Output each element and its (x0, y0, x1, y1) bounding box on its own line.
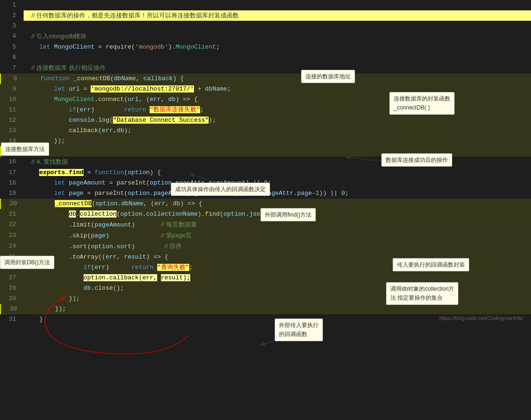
code-line-20: 20 _connectDB(option.dbName, (err, db) =… (0, 199, 531, 209)
annotation-db-address: 连接的数据库地址 (301, 70, 355, 83)
code-line-5: 5 let MongoClient = require('mongodb').M… (0, 42, 531, 52)
annotation-find-method: 外部调用find()方法 (261, 208, 316, 221)
code-line-4: 4 // 引入mongodb模块 (0, 31, 531, 42)
annotation-collection: 调用db对象的collection方法 指定要操作的集合 (386, 282, 458, 305)
annotation-callback-decide: 成功具体操作由传入的回调函数决定 (171, 183, 270, 196)
annotation-pass-callback: 传入要执行的回调函数封装 (393, 258, 469, 271)
code-line-23: 23 .skip(page) // 第page页 (0, 230, 531, 241)
annotation-outer-callback: 外部传入要执行的回调函数 (275, 319, 323, 341)
code-line-7: 7 // 连接数据库 执行相应操作 (0, 63, 531, 74)
code-line-17: 17 exports.find = function(option) { (0, 168, 531, 178)
annotation-call-db: 调用封装DB()方法 (0, 256, 54, 269)
code-line-14: 14 }); (0, 136, 531, 146)
code-line-6: 6 (0, 52, 531, 63)
code-line-27: 27 option.callback(err, result); (0, 273, 531, 283)
annotation-connect-success: 数据库连接成功后的操作 (381, 153, 452, 167)
watermark: https://blog.csdn.net/Codingmant/Ar/ (439, 315, 523, 321)
code-line-30: 30 }); (0, 304, 531, 314)
code-line-24: 24 .sort(option.sort) // 排序 (0, 241, 531, 252)
annotation-connect-method: 连接数据库方法 (1, 143, 49, 156)
code-line-12: 12 console.log("Database Connect Success… (0, 115, 531, 126)
annotation-connect-func: 连接数据库的封装函数_connectDB( ) (389, 92, 455, 115)
code-line-8: 8 function _connectDB(dbName, callback) … (0, 74, 531, 84)
code-line-1: 1 (0, 0, 531, 10)
code-line-13: 13 callback(err,db); (0, 126, 531, 136)
code-line-3: 3 (0, 21, 531, 31)
code-line-2: 2 // 任何数据库的操作，都是先连接数据库！所以可以将连接数据库封装成函数 (0, 10, 531, 21)
